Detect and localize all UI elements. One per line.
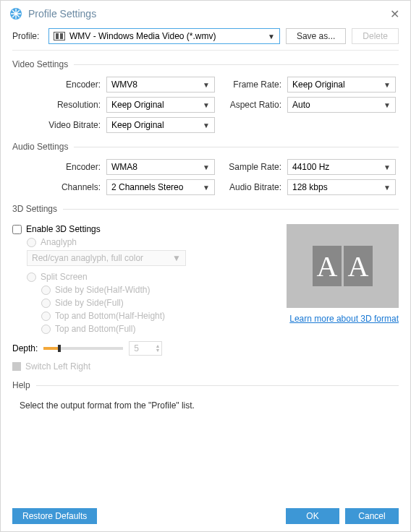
profile-selected-text: WMV - Windows Media Video (*.wmv) bbox=[69, 31, 216, 41]
depth-stepper: 5 ▲▼ bbox=[129, 341, 162, 356]
chevron-down-icon: ▼ bbox=[172, 253, 181, 263]
window-title: Profile Settings bbox=[28, 8, 387, 20]
frame-rate-label: Frame Rate: bbox=[215, 80, 287, 90]
checkbox-icon bbox=[12, 362, 21, 371]
profile-label: Profile: bbox=[12, 31, 43, 41]
chevron-down-icon: ▼ bbox=[203, 184, 210, 192]
depth-row: Depth: 5 ▲▼ bbox=[12, 341, 275, 356]
video-settings-grid: Encoder: WMV8▼ Frame Rate: Keep Original… bbox=[12, 77, 399, 133]
delete-button: Delete bbox=[352, 28, 399, 44]
audio-encoder-select[interactable]: WMA8▼ bbox=[106, 159, 215, 175]
profile-select[interactable]: WMV - Windows Media Video (*.wmv) ▼ bbox=[48, 28, 280, 44]
chevron-down-icon: ▼ bbox=[203, 81, 210, 89]
top-half-radio: Top and Bottom(Half-Height) bbox=[12, 311, 275, 321]
side-half-radio: Side by Side(Half-Width) bbox=[12, 285, 275, 295]
profile-settings-window: Profile Settings ✕ Profile: WMV - Window… bbox=[0, 0, 411, 532]
video-bitrate-select[interactable]: Keep Original▼ bbox=[106, 117, 215, 133]
close-icon[interactable]: ✕ bbox=[387, 7, 402, 21]
footer: Restore Defaults OK Cancel bbox=[1, 501, 410, 531]
video-encoder-label: Encoder: bbox=[12, 80, 106, 90]
3d-preview: AA bbox=[287, 224, 399, 308]
chevron-down-icon: ▼ bbox=[268, 33, 275, 40]
aspect-ratio-label: Aspect Ratio: bbox=[215, 100, 287, 110]
side-full-radio: Side by Side(Full) bbox=[12, 298, 275, 308]
content-area: Video Settings Encoder: WMV8▼ Frame Rate… bbox=[1, 51, 410, 501]
chevron-down-icon: ▼ bbox=[203, 101, 210, 109]
section-title-help: Help bbox=[12, 380, 399, 390]
chevron-down-icon: ▼ bbox=[203, 121, 210, 129]
audio-settings-grid: Encoder: WMA8▼ Sample Rate: 44100 Hz▼ Ch… bbox=[12, 159, 399, 195]
split-screen-radio: Split Screen bbox=[12, 272, 275, 282]
anaglyph-option-select: Red/cyan anaglyph, full color▼ bbox=[27, 250, 186, 266]
chevron-down-icon: ▼ bbox=[384, 163, 391, 171]
help-text: Select the output format from the "Profi… bbox=[12, 398, 399, 411]
resolution-label: Resolution: bbox=[12, 100, 106, 110]
channels-label: Channels: bbox=[12, 182, 106, 192]
audio-bitrate-label: Audio Bitrate: bbox=[215, 182, 287, 192]
video-encoder-select[interactable]: WMV8▼ bbox=[106, 77, 215, 93]
chevron-down-icon: ▼ bbox=[384, 101, 391, 109]
video-bitrate-label: Video Bitrate: bbox=[12, 120, 106, 130]
resolution-select[interactable]: Keep Original▼ bbox=[106, 97, 215, 113]
sample-rate-select[interactable]: 44100 Hz▼ bbox=[287, 159, 396, 175]
format-icon bbox=[54, 32, 65, 40]
3d-settings-area: Enable 3D Settings Anaglyph Red/cyan ana… bbox=[12, 221, 399, 372]
depth-label: Depth: bbox=[12, 343, 38, 353]
enable-3d-checkbox[interactable]: Enable 3D Settings bbox=[12, 224, 275, 234]
section-title-3d: 3D Settings bbox=[12, 204, 399, 214]
depth-slider[interactable] bbox=[43, 347, 123, 350]
top-full-radio: Top and Bottom(Full) bbox=[12, 324, 275, 334]
channels-select[interactable]: 2 Channels Stereo▼ bbox=[106, 179, 215, 195]
save-as-button[interactable]: Save as... bbox=[286, 28, 346, 44]
section-title-video: Video Settings bbox=[12, 59, 399, 69]
frame-rate-select[interactable]: Keep Original▼ bbox=[287, 77, 396, 93]
restore-defaults-button[interactable]: Restore Defaults bbox=[12, 508, 97, 524]
audio-encoder-label: Encoder: bbox=[12, 162, 106, 172]
profile-row: Profile: WMV - Windows Media Video (*.wm… bbox=[1, 25, 410, 50]
chevron-down-icon: ▼ bbox=[384, 184, 391, 192]
chevron-down-icon: ▼ bbox=[203, 163, 210, 171]
cancel-button[interactable]: Cancel bbox=[345, 508, 399, 524]
chevron-down-icon: ▼ bbox=[384, 81, 391, 89]
anaglyph-radio: Anaglyph bbox=[12, 237, 275, 247]
audio-bitrate-select[interactable]: 128 kbps▼ bbox=[287, 179, 396, 195]
switch-lr-checkbox: Switch Left Right bbox=[12, 361, 275, 372]
titlebar: Profile Settings ✕ bbox=[1, 1, 410, 25]
sample-rate-label: Sample Rate: bbox=[215, 162, 287, 172]
app-icon bbox=[9, 7, 22, 20]
section-title-audio: Audio Settings bbox=[12, 142, 399, 152]
aspect-ratio-select[interactable]: Auto▼ bbox=[287, 97, 396, 113]
learn-more-link[interactable]: Learn more about 3D format bbox=[287, 314, 399, 324]
ok-button[interactable]: OK bbox=[286, 508, 339, 524]
